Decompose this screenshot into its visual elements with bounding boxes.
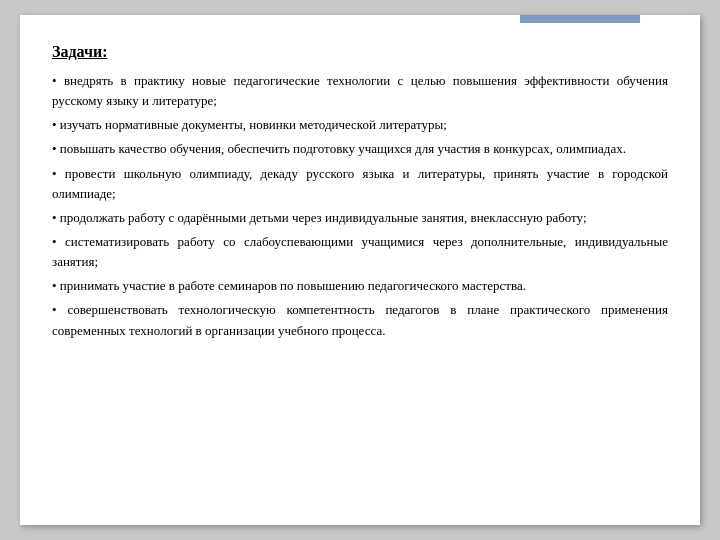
bullet-1: внедрять в практику новые педагогические… xyxy=(52,71,668,111)
slide: Задачи: внедрять в практику новые педаго… xyxy=(20,15,700,525)
accent-bar xyxy=(520,15,640,23)
slide-title: Задачи: xyxy=(52,43,668,61)
bullet-3: повышать качество обучения, обеспечить п… xyxy=(52,139,668,159)
bullet-2: изучать нормативные документы, новинки м… xyxy=(52,115,668,135)
bullet-8: совершенствовать технологическую компете… xyxy=(52,300,668,340)
bullet-7: принимать участие в работе семинаров по … xyxy=(52,276,668,296)
slide-content: внедрять в практику новые педагогические… xyxy=(52,71,668,341)
bullet-5: продолжать работу с одарёнными детьми че… xyxy=(52,208,668,228)
bullet-4: провести школьную олимпиаду, декаду русс… xyxy=(52,164,668,204)
bullet-6: систематизировать работу со слабоуспеваю… xyxy=(52,232,668,272)
